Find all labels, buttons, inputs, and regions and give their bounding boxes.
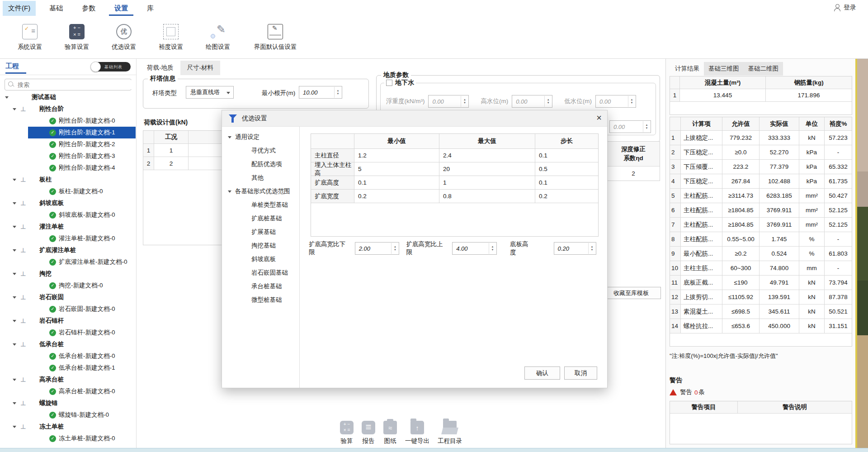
max-value-cell[interactable]: 0.8: [439, 190, 535, 203]
spinner-arrows-icon[interactable]: [489, 243, 496, 254]
chevron-down-icon[interactable]: [12, 271, 17, 276]
load-case-cell[interactable]: 2: [154, 157, 189, 170]
value-spinner[interactable]: 4.00: [452, 242, 497, 255]
min-value-cell[interactable]: 0.2: [354, 190, 439, 203]
tree-item[interactable]: 斜坡底板-新建文档-0: [28, 209, 136, 221]
menu-library[interactable]: 库: [142, 1, 159, 16]
tree-item[interactable]: 岩石锚杆: [0, 315, 136, 327]
max-value-cell[interactable]: 20: [439, 162, 535, 176]
step-value-cell[interactable]: 0.5: [535, 162, 598, 176]
chevron-down-icon[interactable]: [12, 377, 17, 382]
tree-item[interactable]: 掏挖: [0, 268, 136, 280]
tree-item[interactable]: 刚性台阶-新建文档-3: [28, 150, 136, 162]
tree-item[interactable]: 螺旋锚: [0, 397, 136, 409]
tree-item[interactable]: 刚性台阶-新建文档-1: [28, 127, 136, 138]
tree-item[interactable]: 低承台桩: [0, 338, 136, 350]
chevron-down-icon[interactable]: [12, 424, 17, 429]
tree-item[interactable]: 板柱: [0, 174, 136, 186]
bottom-toolbar-button[interactable]: 验算: [340, 421, 354, 445]
chevron-down-icon[interactable]: [12, 295, 17, 300]
tree-item[interactable]: 冻土单桩: [0, 421, 136, 433]
dialog-tree-item[interactable]: 通用设定: [222, 130, 299, 144]
tree-item[interactable]: 岩石嵌固: [0, 291, 136, 303]
extra-geo-spinner[interactable]: 0.00: [609, 120, 651, 133]
ribbon-button[interactable]: 系统设置: [6, 24, 53, 51]
tree-item[interactable]: 刚性台阶-新建文档-4: [28, 162, 136, 174]
step-value-cell[interactable]: 0.2: [535, 190, 598, 203]
tree-item[interactable]: 冻土单桩-新建文档-0: [28, 433, 136, 444]
chevron-down-icon[interactable]: [12, 342, 17, 347]
tab-load-geology[interactable]: 荷载-地质: [140, 61, 180, 75]
chevron-down-icon[interactable]: [5, 95, 9, 100]
chevron-down-icon[interactable]: [12, 107, 17, 111]
cancel-button[interactable]: 取消: [564, 366, 597, 380]
chevron-down-icon[interactable]: [12, 224, 17, 229]
chevron-down-icon[interactable]: [12, 177, 17, 182]
field-spinner[interactable]: 0.00: [512, 95, 552, 108]
dialog-tree-item[interactable]: 各基础形式优选范围: [222, 185, 299, 198]
chevron-down-icon[interactable]: [227, 135, 232, 139]
depth-correction-value[interactable]: 2: [607, 167, 660, 181]
tree-item[interactable]: 低承台桩-新建文档-0: [28, 350, 136, 362]
spinner-arrows-icon[interactable]: [391, 243, 398, 254]
ribbon-button[interactable]: 验算设置: [53, 24, 100, 51]
foundation-list-toggle[interactable]: 基础列表: [91, 62, 131, 71]
load-table-row[interactable]: 1 1: [143, 144, 223, 157]
spinner-arrows-icon[interactable]: [588, 243, 595, 254]
bottom-toolbar-button[interactable]: 图纸: [383, 421, 397, 445]
load-table-row[interactable]: 2 2: [143, 157, 223, 170]
tree-item[interactable]: 刚性台阶-新建文档-0: [28, 115, 136, 127]
dialog-tree-item[interactable]: 扩底桩基础: [222, 212, 299, 225]
dialog-tree-item[interactable]: 斜坡底板: [222, 252, 299, 266]
min-value-cell[interactable]: 5: [354, 162, 439, 176]
field-spinner[interactable]: 0.00: [428, 95, 469, 108]
menu-settings[interactable]: 设置: [109, 1, 133, 16]
tree-item[interactable]: 螺旋锚-新建文档-0: [28, 409, 136, 421]
bottom-toolbar-button[interactable]: 报告: [362, 421, 375, 445]
max-value-cell[interactable]: 2.4: [439, 149, 535, 162]
dialog-tree-item[interactable]: 寻优方式: [222, 144, 299, 157]
tree-item[interactable]: 扩底灌注单桩-新建文档-0: [28, 256, 136, 268]
ribbon-button[interactable]: 裕度设置: [147, 24, 194, 51]
value-spinner[interactable]: 0.20: [554, 242, 596, 255]
menu-parameters[interactable]: 参数: [76, 1, 101, 16]
dialog-tree-item[interactable]: 掏挖基础: [222, 239, 299, 252]
tree-item[interactable]: 刚性台阶-新建文档-2: [28, 138, 136, 150]
max-value-cell[interactable]: 1: [439, 176, 535, 189]
load-case-cell[interactable]: 1: [154, 144, 189, 157]
tree-item[interactable]: 斜坡底板: [0, 197, 136, 209]
tab-2d-view[interactable]: 基础二维图: [744, 62, 783, 76]
tree-item[interactable]: 高承台桩-新建文档-0: [28, 385, 136, 397]
field-spinner[interactable]: 0.00: [595, 95, 636, 108]
tab-size-material[interactable]: 尺寸-材料: [180, 61, 221, 75]
tree-item[interactable]: 灌注单桩: [0, 221, 136, 233]
ribbon-button[interactable]: 优选设置: [100, 24, 147, 51]
spinner-arrows-icon[interactable]: [461, 96, 468, 107]
dialog-tree-item[interactable]: 单桩类型基础: [222, 198, 299, 212]
min-span-spinner[interactable]: 10.00: [299, 86, 342, 99]
spinner-arrows-icon[interactable]: [544, 96, 552, 107]
dialog-tree-item[interactable]: 微型桩基础: [222, 293, 299, 307]
bottom-toolbar-button[interactable]: 工程目录: [438, 421, 462, 445]
groundwater-checkbox[interactable]: [386, 80, 392, 86]
spinner-arrows-icon[interactable]: [628, 96, 635, 107]
ribbon-button[interactable]: 绘图设置: [194, 24, 241, 51]
tree-item[interactable]: 低承台桩-新建文档-1: [28, 362, 136, 374]
chevron-down-icon[interactable]: [227, 189, 232, 194]
chevron-down-icon[interactable]: [12, 401, 17, 405]
min-value-cell[interactable]: 0.1: [354, 176, 439, 189]
tab-calc-results[interactable]: 计算结果: [670, 62, 704, 76]
close-icon[interactable]: ×: [596, 113, 602, 123]
bottom-toolbar-button[interactable]: 一键导出: [405, 421, 429, 445]
tree-item[interactable]: 测试基础: [0, 91, 136, 103]
dialog-tree-item[interactable]: 岩石嵌固基础: [222, 266, 299, 280]
chevron-down-icon[interactable]: [12, 201, 17, 205]
dialog-tree-item[interactable]: 其他: [222, 171, 299, 185]
login-button[interactable]: 登录: [834, 4, 856, 12]
spinner-arrows-icon[interactable]: [643, 121, 650, 132]
dialog-tree-item[interactable]: 承台桩基础: [222, 280, 299, 293]
save-to-library-button[interactable]: 收藏至库模板: [601, 287, 661, 299]
tab-3d-view[interactable]: 基础三维图: [704, 62, 744, 76]
dialog-tree-item[interactable]: 扩展基础: [222, 225, 299, 239]
value-spinner[interactable]: 2.00: [355, 242, 400, 255]
